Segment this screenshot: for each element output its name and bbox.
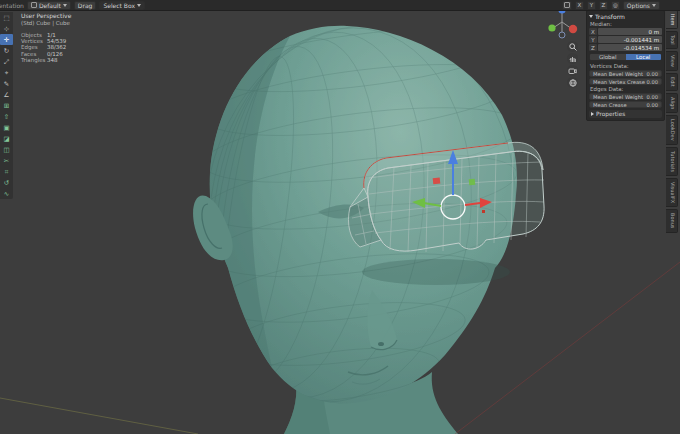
knife-tool[interactable]: ✂ <box>0 155 13 166</box>
gizmo-plane-handle-green[interactable] <box>469 179 476 186</box>
gizmo-x-ball[interactable] <box>569 25 577 33</box>
cursor-tool[interactable]: ⊹ <box>0 23 13 34</box>
gizmo-negative-z-ball[interactable] <box>559 32 565 38</box>
perspective-toggle-button[interactable] <box>567 77 578 88</box>
select-box-tool[interactable]: ⬚ <box>0 12 13 23</box>
mean-crease-field[interactable]: Mean Crease0.00 <box>589 101 662 108</box>
collapse-arrow-icon <box>589 15 593 18</box>
header-bar: Orientation Default Drag Select Box X Y … <box>0 0 680 11</box>
x-axis-line <box>455 262 680 434</box>
expand-arrow-icon <box>591 112 594 116</box>
options-dropdown[interactable]: Options <box>623 1 660 10</box>
median-x-field[interactable]: 0 m <box>598 28 662 35</box>
add-cube-tool[interactable]: ⊞ <box>0 100 13 111</box>
poly-build-tool[interactable]: ⌗ <box>0 166 13 177</box>
transform-panel-header[interactable]: Transform <box>589 12 662 20</box>
orientation-label: Orientation <box>0 2 24 9</box>
mean-vertex-crease-field[interactable]: Mean Vertex Crease0.00 <box>589 78 662 85</box>
median-z-field[interactable]: -0.014534 m <box>598 44 662 51</box>
mirror-x-button[interactable]: X <box>575 1 584 10</box>
median-label: Median: <box>590 21 662 27</box>
edge-mean-bevel-weight-field[interactable]: Mean Bevel Weight0.00 <box>589 93 662 100</box>
measure-tool[interactable]: ∠ <box>0 89 13 100</box>
loop-cut-tool[interactable]: ◫ <box>0 144 13 155</box>
gizmo-plane-handle-red[interactable] <box>433 178 441 185</box>
blender-viewport: Orientation Default Drag Select Box X Y … <box>0 0 680 434</box>
transform-panel: Transform Median: X 0 m Y -0.001441 m Z … <box>586 10 665 121</box>
viewport-info-overlay: User Perspective (Std) Cube | Cube Objec… <box>21 12 71 63</box>
panel-title: Transform <box>595 13 625 20</box>
orientation-toggle: Global Local <box>589 53 662 61</box>
camera-view-button[interactable] <box>567 65 578 76</box>
zoom-button[interactable] <box>567 41 578 52</box>
tab-tutorials[interactable]: Tutorials <box>666 147 678 176</box>
tab-bonus[interactable]: Bonus <box>666 209 678 232</box>
properties-panel-header[interactable]: Properties <box>589 110 662 118</box>
edge-data-title: Edges Data: <box>590 86 662 92</box>
local-button[interactable]: Local <box>626 54 662 60</box>
z-axis-label: Z <box>589 44 597 51</box>
tab-visualfx[interactable]: VisualFX <box>666 178 678 207</box>
tab-tool[interactable]: Tool <box>666 31 678 49</box>
sidebar-tab-strip: Item Tool View Edit Align LookDev Tutori… <box>666 10 680 233</box>
transform-orientation-dropdown[interactable]: Default <box>27 1 71 10</box>
active-object-label: (Std) Cube | Cube <box>21 20 71 26</box>
y-axis-line <box>0 398 198 434</box>
mirror-z-button[interactable]: Z <box>599 1 608 10</box>
bevel-tool[interactable]: ◪ <box>0 133 13 144</box>
spin-tool[interactable]: ↺ <box>0 177 13 188</box>
annotate-tool[interactable]: ✎ <box>0 78 13 89</box>
tab-align[interactable]: Align <box>666 93 678 114</box>
median-z-row: Z -0.014534 m <box>589 44 662 51</box>
chevron-down-icon <box>63 4 67 7</box>
extrude-tool[interactable]: ⇧ <box>0 111 13 122</box>
mean-bevel-weight-field[interactable]: Mean Bevel Weight0.00 <box>589 70 662 77</box>
median-y-row: Y -0.001441 m <box>589 36 662 43</box>
drag-button[interactable]: Drag <box>74 1 97 10</box>
proportional-edit-icon[interactable]: ◎ <box>611 1 620 10</box>
inset-tool[interactable]: ▣ <box>0 122 13 133</box>
median-y-field[interactable]: -0.001441 m <box>598 36 662 43</box>
global-button[interactable]: Global <box>590 54 626 60</box>
toolbar: ⬚ ⊹ ✛ ↻ ⤢ ⌖ ✎ ∠ ⊞ ⇧ ▣ ◪ ◫ ✂ ⌗ ↺ ∿ <box>0 12 13 199</box>
view-perspective-label: User Perspective <box>21 12 71 19</box>
orientation-icon <box>31 2 37 8</box>
y-axis-label: Y <box>589 36 597 43</box>
mirror-icon[interactable] <box>562 1 572 10</box>
rotate-tool[interactable]: ↻ <box>0 45 13 56</box>
3d-scene[interactable] <box>0 0 680 434</box>
x-axis-label: X <box>589 28 597 35</box>
tab-edit[interactable]: Edit <box>666 73 678 91</box>
tab-view[interactable]: View <box>666 51 678 71</box>
chevron-down-icon <box>137 4 141 7</box>
median-x-row: X 0 m <box>589 28 662 35</box>
move-tool[interactable]: ✛ <box>0 34 13 45</box>
gizmo-y-ball[interactable] <box>548 24 555 31</box>
select-mode-dropdown[interactable]: Select Box <box>99 1 145 10</box>
vertex-data-title: Vertices Data: <box>590 63 662 69</box>
pan-hand-button[interactable] <box>567 53 578 64</box>
scene-statistics: Objects1/1 Vertices54/539 Edges38/362 Fa… <box>21 32 71 63</box>
chevron-down-icon <box>652 4 656 7</box>
tab-item[interactable]: Item <box>666 10 678 29</box>
tab-lookdev[interactable]: LookDev <box>666 115 678 145</box>
mirror-y-button[interactable]: Y <box>587 1 596 10</box>
transform-tool[interactable]: ⌖ <box>0 67 13 78</box>
scale-tool[interactable]: ⤢ <box>0 56 13 67</box>
smooth-tool[interactable]: ∿ <box>0 188 13 199</box>
